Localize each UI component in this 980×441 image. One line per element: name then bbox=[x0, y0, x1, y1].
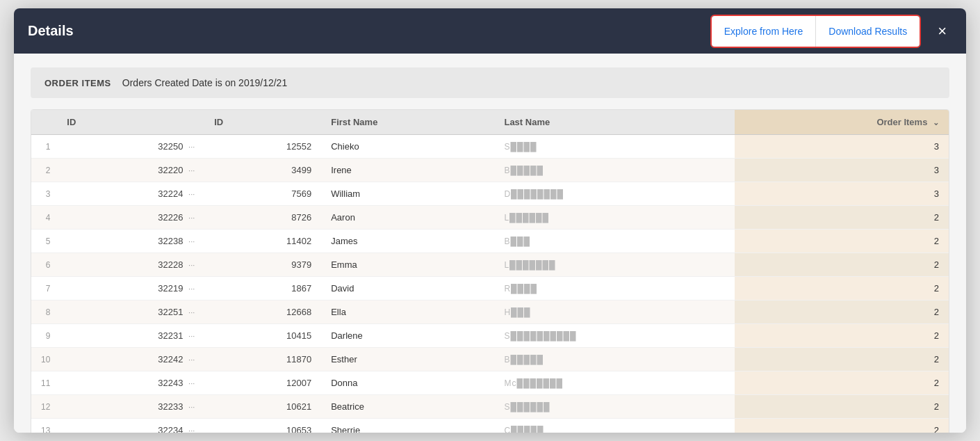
blurred-last-name: C█████ bbox=[504, 426, 544, 433]
table-row: 8 32251 ··· 12668 Ella H███ 2 bbox=[31, 300, 949, 324]
cell-row-num: 5 bbox=[31, 230, 57, 253]
ellipsis-icon: ··· bbox=[188, 284, 195, 293]
col-last-name: Last Name bbox=[494, 110, 735, 135]
cell-order-id: 32219 ··· bbox=[57, 277, 204, 300]
cell-last-name: L██████ bbox=[494, 206, 735, 230]
details-modal: Details Explore from Here Download Resul… bbox=[14, 8, 966, 433]
cell-first-name: James bbox=[321, 230, 494, 253]
cell-order-id: 32231 ··· bbox=[57, 324, 204, 348]
sort-icon: ⌄ bbox=[933, 118, 939, 127]
blurred-last-name: L███████ bbox=[504, 260, 555, 270]
table-row: 10 32242 ··· 11870 Esther B█████ 2 bbox=[31, 348, 949, 371]
cell-order-items: 3 bbox=[735, 159, 949, 182]
cell-user-id: 12007 bbox=[204, 371, 321, 395]
table-header-row: ID ID First Name Last Name Order Items ⌄ bbox=[31, 110, 949, 135]
col-first-name: First Name bbox=[321, 110, 494, 135]
ellipsis-icon: ··· bbox=[188, 166, 195, 175]
ellipsis-icon: ··· bbox=[188, 237, 195, 246]
ellipsis-icon: ··· bbox=[188, 379, 195, 387]
ellipsis-icon: ··· bbox=[188, 308, 195, 316]
cell-row-num: 1 bbox=[31, 135, 57, 159]
col-order-id: ID bbox=[57, 110, 204, 135]
cell-order-id: 32233 ··· bbox=[57, 395, 204, 419]
filter-bar: ORDER ITEMS Orders Created Date is on 20… bbox=[31, 67, 949, 98]
header-buttons-wrapper: Explore from Here Download Results bbox=[710, 15, 921, 48]
results-table: ID ID First Name Last Name Order Items ⌄… bbox=[31, 110, 949, 433]
cell-order-items: 2 bbox=[735, 324, 949, 348]
blurred-last-name: R████ bbox=[504, 284, 537, 294]
table-row: 3 32224 ··· 7569 William D████████ 3 bbox=[31, 182, 949, 206]
filter-value: Orders Created Date is on 2019/12/21 bbox=[122, 77, 287, 88]
ellipsis-icon: ··· bbox=[188, 261, 195, 269]
cell-last-name: Mc███████ bbox=[494, 371, 735, 395]
cell-order-items: 2 bbox=[735, 206, 949, 230]
cell-row-num: 2 bbox=[31, 159, 57, 182]
cell-row-num: 9 bbox=[31, 324, 57, 348]
cell-user-id: 12552 bbox=[204, 135, 321, 159]
table-row: 12 32233 ··· 10621 Beatrice S██████ 2 bbox=[31, 395, 949, 419]
blurred-last-name: Mc███████ bbox=[504, 378, 563, 388]
cell-first-name: William bbox=[321, 182, 494, 206]
cell-order-id: 32224 ··· bbox=[57, 182, 204, 206]
cell-row-num: 10 bbox=[31, 348, 57, 371]
cell-order-id: 32242 ··· bbox=[57, 348, 204, 371]
cell-first-name: Emma bbox=[321, 253, 494, 277]
cell-user-id: 12668 bbox=[204, 300, 321, 324]
cell-order-items: 2 bbox=[735, 253, 949, 277]
cell-first-name: Beatrice bbox=[321, 395, 494, 419]
cell-order-items: 2 bbox=[735, 300, 949, 324]
cell-last-name: B█████ bbox=[494, 348, 735, 371]
cell-row-num: 11 bbox=[31, 371, 57, 395]
cell-user-id: 1867 bbox=[204, 277, 321, 300]
table-row: 13 32234 ··· 10653 Sherrie C█████ 2 bbox=[31, 419, 949, 433]
cell-first-name: Ella bbox=[321, 300, 494, 324]
cell-last-name: C█████ bbox=[494, 419, 735, 433]
cell-first-name: Donna bbox=[321, 371, 494, 395]
cell-order-id: 32251 ··· bbox=[57, 300, 204, 324]
blurred-last-name: B█████ bbox=[504, 166, 544, 175]
table-row: 4 32226 ··· 8726 Aaron L██████ 2 bbox=[31, 206, 949, 230]
cell-user-id: 7569 bbox=[204, 182, 321, 206]
cell-first-name: Aaron bbox=[321, 206, 494, 230]
cell-last-name: B███ bbox=[494, 230, 735, 253]
cell-user-id: 11870 bbox=[204, 348, 321, 371]
cell-user-id: 9379 bbox=[204, 253, 321, 277]
cell-last-name: S██████████ bbox=[494, 324, 735, 348]
col-row-num bbox=[31, 110, 57, 135]
cell-row-num: 4 bbox=[31, 206, 57, 230]
col-order-items[interactable]: Order Items ⌄ bbox=[735, 110, 949, 135]
modal-header: Details Explore from Here Download Resul… bbox=[14, 8, 966, 54]
close-button[interactable]: × bbox=[932, 21, 952, 42]
header-right: Explore from Here Download Results × bbox=[710, 15, 952, 48]
ellipsis-icon: ··· bbox=[188, 426, 195, 433]
blurred-last-name: L██████ bbox=[504, 213, 549, 223]
cell-row-num: 12 bbox=[31, 395, 57, 419]
cell-last-name: L███████ bbox=[494, 253, 735, 277]
cell-user-id: 11402 bbox=[204, 230, 321, 253]
table-row: 1 32250 ··· 12552 Chieko S████ 3 bbox=[31, 135, 949, 159]
cell-order-id: 32228 ··· bbox=[57, 253, 204, 277]
cell-last-name: R████ bbox=[494, 277, 735, 300]
cell-order-id: 32250 ··· bbox=[57, 135, 204, 159]
ellipsis-icon: ··· bbox=[188, 403, 195, 411]
cell-row-num: 8 bbox=[31, 300, 57, 324]
cell-order-items: 3 bbox=[735, 182, 949, 206]
explore-from-here-button[interactable]: Explore from Here bbox=[712, 16, 817, 47]
table-row: 11 32243 ··· 12007 Donna Mc███████ 2 bbox=[31, 371, 949, 395]
cell-user-id: 10653 bbox=[204, 419, 321, 433]
cell-row-num: 6 bbox=[31, 253, 57, 277]
cell-last-name: H███ bbox=[494, 300, 735, 324]
blurred-last-name: S██████ bbox=[504, 402, 550, 412]
download-results-button[interactable]: Download Results bbox=[816, 16, 920, 47]
table-wrapper: ID ID First Name Last Name Order Items ⌄… bbox=[31, 109, 949, 433]
cell-first-name: David bbox=[321, 277, 494, 300]
blurred-last-name: D████████ bbox=[504, 189, 564, 199]
filter-label: ORDER ITEMS bbox=[44, 78, 111, 88]
cell-order-id: 32226 ··· bbox=[57, 206, 204, 230]
cell-user-id: 8726 bbox=[204, 206, 321, 230]
blurred-last-name: B███ bbox=[504, 236, 530, 246]
cell-first-name: Chieko bbox=[321, 135, 494, 159]
cell-order-items: 2 bbox=[735, 277, 949, 300]
table-row: 7 32219 ··· 1867 David R████ 2 bbox=[31, 277, 949, 300]
cell-order-items: 2 bbox=[735, 395, 949, 419]
